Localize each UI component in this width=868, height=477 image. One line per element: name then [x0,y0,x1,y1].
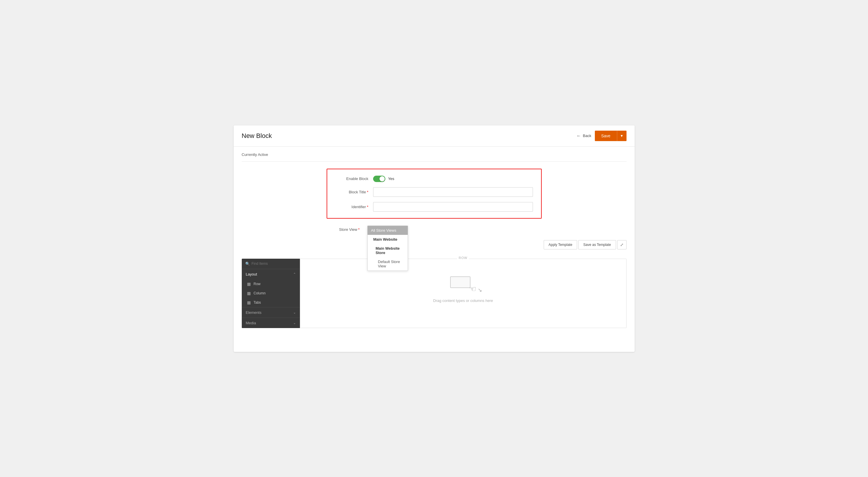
column-label: Column [254,291,266,295]
store-view-option-all[interactable]: All Store Views [368,226,408,235]
block-title-label: Block Title* [335,190,373,194]
media-section-label: Media [246,321,256,325]
identifier-required: * [367,205,368,209]
media-chevron-icon: ⌄ [293,321,296,325]
drop-text: Drag content types or columns here [433,299,493,303]
back-arrow-icon: ← [577,133,581,138]
save-button[interactable]: Save [595,131,617,141]
toggle-wrapper: Yes [373,176,394,182]
drag-card-icon [450,276,470,288]
header-actions: ← Back Save ▼ [577,131,626,141]
builder-container: 🔍 Layout ⌃ ▦ Row ▦ [242,259,626,328]
store-view-row: Store View* All Store Views Main Website… [327,226,542,233]
back-link[interactable]: ← Back [577,133,591,138]
drag-icon-wrapper: ☜ ↘ [450,276,476,294]
sidebar-search[interactable]: 🔍 [242,259,300,269]
block-title-required: * [367,190,368,194]
store-view-option-default-store-view[interactable]: Default Store View [368,257,408,271]
store-view-option-main-website-store[interactable]: Main Website Store [368,244,408,257]
toggle-track [373,176,385,182]
media-section-header[interactable]: Media ⌄ [242,318,300,328]
enable-toggle[interactable] [373,176,385,182]
block-title-input[interactable] [373,187,533,197]
save-as-template-button[interactable]: Save as Template [578,240,616,249]
layout-section-label: Layout [246,272,257,276]
row-label: Row [254,282,261,286]
identifier-row: Identifier* [335,202,533,212]
layout-chevron-icon: ⌃ [293,272,296,276]
builder-outer: Apply Template Save as Template ⤢ 🔍 Layo… [242,240,626,328]
toggle-state-label: Yes [388,176,394,181]
tabs-label: Tabs [254,301,261,305]
page-content: Currently Active Enable Block Yes [234,147,634,334]
layout-section-header[interactable]: Layout ⌃ [242,269,300,279]
sidebar-item-tabs[interactable]: ▦ Tabs [242,298,300,307]
store-view-label: Store View* [327,226,364,232]
row-label: ROW [457,256,469,260]
drag-cursor-icon: ☜ [469,284,476,294]
store-view-dropdown-panel: All Store Views Main Website Main Websit… [367,226,408,271]
sidebar-search-input[interactable] [252,262,297,266]
enable-block-label: Enable Block [335,176,373,181]
page-title: New Block [242,132,272,140]
back-label: Back [583,134,591,138]
store-view-section: Store View* All Store Views Main Website… [327,226,542,233]
apply-template-button[interactable]: Apply Template [544,240,578,249]
elements-section-header[interactable]: Elements ⌄ [242,307,300,318]
expand-icon: ⤢ [620,242,624,247]
page-header: New Block ← Back Save ▼ [234,126,634,147]
save-dropdown-button[interactable]: ▼ [617,131,626,141]
store-view-option-main-website[interactable]: Main Website [368,235,408,244]
block-title-row: Block Title* [335,187,533,197]
identifier-input[interactable] [373,202,533,212]
drop-zone[interactable]: ☜ ↘ Drag content types or columns here [300,259,626,320]
elements-chevron-icon: ⌄ [293,311,296,314]
main-container: New Block ← Back Save ▼ Currently Active… [234,126,634,352]
drag-arrow-icon: ↘ [478,287,482,293]
enable-block-row: Enable Block Yes [335,176,533,182]
builder-sidebar: 🔍 Layout ⌃ ▦ Row ▦ [242,259,300,328]
identifier-label: Identifier* [335,205,373,209]
sidebar-item-column[interactable]: ▦ Column [242,288,300,298]
toggle-thumb [379,176,385,181]
layout-section: Layout ⌃ ▦ Row ▦ Column ▦ [242,269,300,307]
save-btn-group: Save ▼ [595,131,626,141]
column-icon: ▦ [247,291,251,296]
store-view-required: * [358,227,360,232]
expand-button[interactable]: ⤢ [617,240,626,249]
section-label: Currently Active [242,152,626,157]
sidebar-item-row[interactable]: ▦ Row [242,279,300,288]
row-icon: ▦ [247,282,251,286]
builder-toolbar: Apply Template Save as Template ⤢ [242,240,626,249]
builder-canvas: ROW ☜ ↘ Drag content types or columns he… [300,259,626,328]
tabs-icon: ▦ [247,300,251,305]
elements-section-label: Elements [246,310,261,315]
form-section: Enable Block Yes Block Title* [327,169,542,218]
search-icon: 🔍 [245,262,250,266]
